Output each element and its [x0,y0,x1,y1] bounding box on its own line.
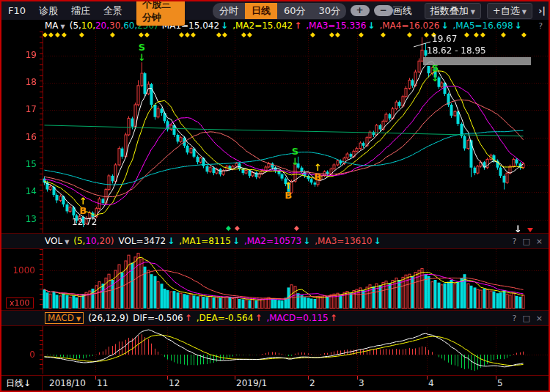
event-diamond-icon[interactable]: ◆ [43,32,48,38]
event-diamond-icon[interactable]: ◆ [310,32,315,38]
event-diamond-icon[interactable]: ◆ [62,32,67,38]
signal-diamond-icon[interactable]: ◆ [235,225,240,232]
event-diamond-icon[interactable]: ◆ [55,32,60,38]
vol-axis-label: 1000 [3,265,35,275]
event-diamond-icon[interactable]: ◆ [359,32,364,38]
event-diamond-icon[interactable]: ◆ [480,32,485,38]
dea-value: ,DEA=-0.564↑ [197,313,263,323]
vol-value: VOL=3472↓ [118,236,175,246]
ma-indicator-selector[interactable]: MA▼ [45,21,65,31]
event-diamond-icon[interactable]: ◆ [381,32,386,38]
price-axis-label: 15 [4,159,37,169]
ma2-value: ,MA2=15.042↑ [232,21,301,31]
buy-signal-marker: B [78,206,89,215]
event-diamond-icon[interactable]: ◆ [329,32,334,38]
zoom-in-button[interactable]: + [351,5,370,16]
price-axis-label: 14 [4,186,37,196]
add-watchlist-button[interactable]: +自选▼ [487,3,532,19]
month-tick [235,376,235,380]
macd-value: ,MACD=0.115↑ [266,313,337,323]
event-diamond-icon[interactable]: ◆ [241,32,246,38]
event-diamond-icon[interactable]: ◆ [191,32,196,38]
event-diamond-icon[interactable]: ◆ [474,32,479,38]
event-diamond-icon[interactable]: ◆ [464,32,469,38]
event-diamond-icon[interactable]: ◆ [501,32,506,38]
macd-indicator-selector[interactable]: MACD▼ [45,312,84,324]
maximize-icon[interactable]: □ [522,237,529,246]
month-tick [496,376,496,380]
month-tick [308,376,309,380]
dif-value: DIF=-0.506↑ [133,313,191,323]
ma5-value: ,MA5=16.698↓ [453,21,522,31]
event-diamond-icon[interactable]: ◆ [247,32,252,38]
vol-ma3-value: ,MA3=13610↓ [315,236,381,246]
bottom-period-selector[interactable]: 日线↓ [1,376,43,391]
price-axis-label: 19 [4,50,37,60]
stock-3min-button[interactable]: 个股三分钟 [136,0,185,26]
price-axis-label: 17 [4,104,37,114]
help-icon[interactable]: ? [538,21,543,31]
axis-marker-icon [527,228,533,232]
low-price-label: 12.72 [72,217,97,227]
menu-f10[interactable]: F10 [8,5,26,16]
date-axis-label: 4 [428,378,434,388]
event-diamond-icon[interactable]: ◆ [48,32,54,38]
buy-signal-marker: B [284,191,294,200]
event-diamond-icon[interactable]: ◆ [185,32,190,38]
signal-diamond-icon[interactable]: ◆ [226,225,231,232]
date-axis-label: 2019/1 [236,378,267,388]
date-axis-label: 3 [359,378,364,388]
help-icon[interactable]: ? [513,237,517,246]
month-tick [167,376,168,380]
menu-overview[interactable]: 全景 [103,4,122,18]
signal-diamond-icon[interactable]: ◆ [294,225,299,232]
month-tick [95,376,96,380]
tab-30min[interactable]: 30分 [312,3,346,19]
event-diamond-icon[interactable]: ◆ [179,32,184,38]
app-window: 19181716151413◆◆◆◆◆◆◆◆◆◆◆◆◆◆◆◆◆◆◆◆◆◆◆◆◆◆… [0,0,550,392]
help-icon[interactable]: ? [513,314,517,323]
ma-indicator-header: MA▼ (5,10,20,30,60,250) MA1=15.042↓ ,MA2… [1,20,549,32]
price-axis-label: 18 [4,77,37,87]
close-icon[interactable]: × [536,314,543,323]
draw-line-button[interactable]: 画线 [393,4,412,18]
event-diamond-icon[interactable]: ◆ [79,32,84,38]
collapse-panel-icon[interactable]: ›| [538,5,546,16]
menu-banker-detect[interactable]: 擂庄 [71,4,90,18]
event-diamond-icon[interactable]: ◆ [139,32,144,38]
event-diamond-icon[interactable]: ◆ [222,32,227,38]
index-overlay-button[interactable]: 指数叠加▼ [425,3,481,19]
event-diamond-icon[interactable]: ◆ [110,32,115,38]
vol-params: (5,10,20) [73,236,114,246]
event-diamond-icon[interactable]: ◆ [335,32,340,38]
period-tabs: 分时 日线 60分 30分 周线▼ [213,3,346,19]
gap-range-label: 18.62 - 18.95 [427,45,486,56]
macd-indicator-header: MACD▼ (26,12,9) DIF=-0.506↑ ,DEA=-0.564↑… [1,310,549,326]
event-diamond-icon[interactable]: ◆ [424,32,429,38]
vol-indicator-selector[interactable]: VOL▼ [45,236,69,246]
date-axis-label: 12 [169,378,180,388]
chart-overlay: 19181716151413◆◆◆◆◆◆◆◆◆◆◆◆◆◆◆◆◆◆◆◆◆◆◆◆◆◆… [1,1,549,391]
chevron-down-icon: ▼ [471,9,475,15]
menu-diagnose-stock[interactable]: 诊股 [39,4,58,18]
maximize-icon[interactable]: □ [522,314,529,323]
zoom-out-button[interactable]: − [374,5,393,16]
sell-arrow-icon: ↓ [430,73,441,83]
event-diamond-icon[interactable]: ◆ [407,32,412,38]
sell-arrow-icon: ↓ [137,53,147,62]
tab-intraday[interactable]: 分时 [213,3,245,19]
sell-arrow-icon: ↓ [290,157,301,166]
chevron-down-icon: ▼ [61,23,65,30]
event-diamond-icon[interactable]: ◆ [216,32,221,38]
tab-daily[interactable]: 日线 [245,3,277,19]
close-icon[interactable]: × [536,237,543,246]
date-axis-label: 2 [309,378,315,388]
sell-signal-marker: S [137,42,147,52]
ma4-value: ,MA4=16.026↓ [379,21,448,31]
top-toolbar: F10 诊股 擂庄 全景 个股三分钟 分时 日线 60分 30分 周线▼ + −… [1,1,549,20]
ma3-value: ,MA3=15.336↓ [306,21,375,31]
event-diamond-icon[interactable]: ◆ [144,32,150,38]
tab-60min[interactable]: 60分 [277,3,312,19]
event-diamond-icon[interactable]: ◆ [521,32,527,38]
date-axis-label: 5 [497,378,503,388]
